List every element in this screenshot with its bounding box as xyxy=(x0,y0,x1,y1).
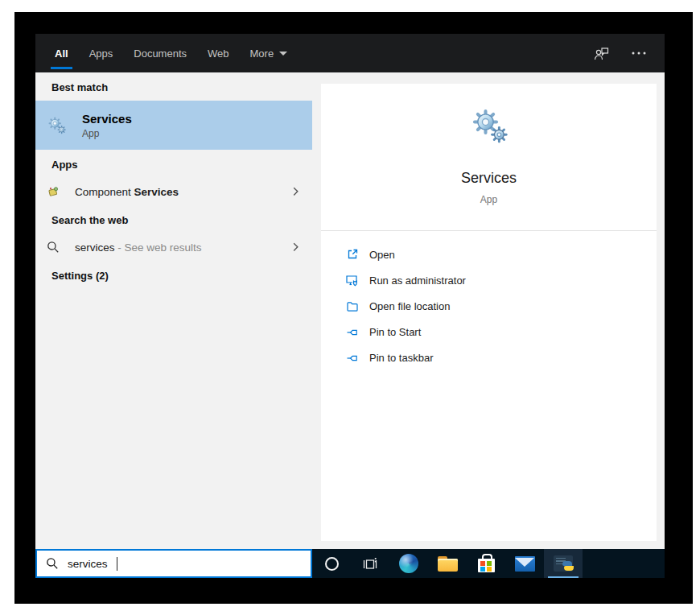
result-component-services[interactable]: Component Services xyxy=(35,178,312,205)
divider xyxy=(321,230,657,231)
preview-app-name: Services xyxy=(321,170,657,187)
mail-button[interactable] xyxy=(505,549,544,578)
microsoft-store-button[interactable] xyxy=(467,549,505,578)
file-location-icon xyxy=(345,300,359,312)
desktop-screen: All Apps Documents Web More xyxy=(14,12,693,604)
edge-button[interactable] xyxy=(389,549,428,578)
results-list: Best match Services App Apps Compo xyxy=(35,72,312,549)
text-caret xyxy=(117,557,118,571)
preview-card: Services App Open xyxy=(321,84,657,541)
bottom-bar: services xyxy=(35,549,665,578)
tab-apps[interactable]: Apps xyxy=(89,34,113,72)
best-match-subtitle: App xyxy=(82,128,132,139)
task-view-icon xyxy=(362,557,378,571)
section-header-apps: Apps xyxy=(35,150,312,178)
open-icon xyxy=(345,248,359,261)
tab-web[interactable]: Web xyxy=(208,34,229,72)
action-open[interactable]: Open xyxy=(321,241,657,267)
tabbar-right xyxy=(593,34,647,72)
windows-search-flyout: All Apps Documents Web More xyxy=(35,34,665,578)
run-admin-icon xyxy=(345,274,359,287)
component-services-icon xyxy=(47,185,60,198)
best-match-title: Services xyxy=(82,112,132,126)
microsoft-store-icon xyxy=(478,559,495,572)
search-results-area: Best match Services App Apps Compo xyxy=(35,72,665,549)
result-best-match-services[interactable]: Services App xyxy=(35,101,312,150)
action-pin-to-taskbar[interactable]: Pin to taskbar xyxy=(321,345,657,370)
search-query-text: services xyxy=(68,558,108,570)
preview-pane: Services App Open xyxy=(312,72,665,549)
edge-icon xyxy=(399,554,418,573)
ellipsis-icon[interactable] xyxy=(631,51,647,56)
services-gears-icon xyxy=(467,104,511,147)
context-actions: Open Run as administrator xyxy=(321,241,657,370)
chevron-down-icon xyxy=(279,52,287,56)
section-header-best-match: Best match xyxy=(35,72,312,101)
pin-icon xyxy=(345,326,359,338)
python-console-icon xyxy=(554,555,573,572)
preview-app-type: App xyxy=(321,194,657,205)
section-header-settings: Settings (2) xyxy=(35,261,312,289)
search-filter-tabbar: All Apps Documents Web More xyxy=(35,34,665,72)
python-console-button[interactable] xyxy=(544,549,583,578)
taskbar xyxy=(312,549,665,578)
task-view-button[interactable] xyxy=(351,549,389,578)
cortana-icon xyxy=(325,557,339,571)
action-pin-to-start[interactable]: Pin to Start xyxy=(321,319,657,345)
feedback-icon[interactable] xyxy=(593,46,610,61)
file-explorer-button[interactable] xyxy=(428,549,467,578)
search-input[interactable]: services xyxy=(35,549,312,578)
tab-more[interactable]: More xyxy=(250,34,288,72)
tab-all[interactable]: All xyxy=(55,34,68,72)
search-icon xyxy=(47,241,60,254)
services-gears-icon xyxy=(46,114,68,136)
action-open-file-location[interactable]: Open file location xyxy=(321,293,657,319)
chevron-right-icon xyxy=(293,242,299,252)
tab-documents[interactable]: Documents xyxy=(134,34,187,72)
section-header-web: Search the web xyxy=(35,205,312,233)
chevron-right-icon xyxy=(293,187,299,196)
action-run-as-administrator[interactable]: Run as administrator xyxy=(321,267,657,293)
mail-icon xyxy=(515,556,535,572)
pin-icon xyxy=(345,352,359,364)
search-icon xyxy=(46,557,59,570)
cortana-button[interactable] xyxy=(312,549,351,578)
file-explorer-icon xyxy=(438,556,458,572)
result-web-services[interactable]: services - See web results xyxy=(35,233,312,261)
